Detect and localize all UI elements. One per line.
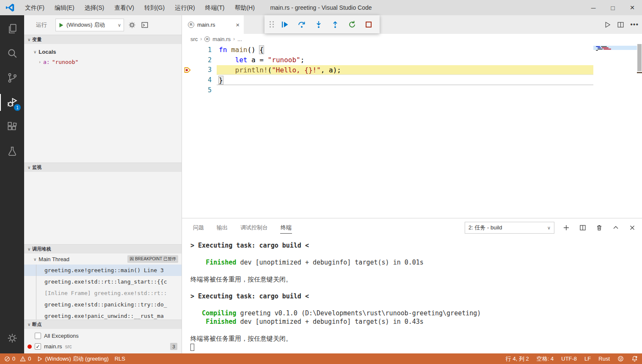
thread-row[interactable]: ∨ Main Thread 因 BREAKPOINT 已暂停 <box>24 254 182 265</box>
source-control-icon[interactable] <box>0 67 24 89</box>
step-out-button[interactable] <box>329 19 341 30</box>
maximize-icon[interactable]: □ <box>603 0 623 15</box>
menu-item[interactable]: 转到(G) <box>139 0 170 15</box>
breakpoint-hit-icon[interactable] <box>184 67 191 73</box>
code-line-2[interactable]: 2 let a = "runoob"; <box>182 55 642 65</box>
stack-frame[interactable]: greeting.exe!panic_unwind::__rust_ma <box>24 310 182 320</box>
rls-status[interactable]: RLS <box>115 356 125 362</box>
split-editor-icon[interactable] <box>617 21 624 28</box>
breakpoint-row[interactable]: All Exceptions <box>24 331 182 341</box>
code-line-3[interactable]: 3 println!("Hello, {}!", a); <box>182 65 642 75</box>
locals-scope[interactable]: ∨ Locals <box>24 47 182 57</box>
warning-icon <box>20 356 26 362</box>
explorer-icon[interactable] <box>0 18 24 40</box>
code-line-1[interactable]: 1 fn main() { <box>182 45 642 55</box>
maximize-panel-icon[interactable] <box>611 223 620 232</box>
menu-item[interactable]: 编辑(E) <box>50 0 80 15</box>
stack-frame[interactable]: greeting.exe!std::rt::lang_start::{{c <box>24 276 182 287</box>
notifications-bell-icon[interactable] <box>631 356 638 362</box>
launch-config-select[interactable]: (Windows) 启动 ∨ <box>55 19 124 31</box>
kill-terminal-icon[interactable] <box>595 223 604 232</box>
continue-button[interactable] <box>279 19 291 30</box>
manage-gear-icon[interactable] <box>0 327 24 349</box>
stack-frame[interactable]: greeting.exe!std::panicking::try::do_ <box>24 299 182 310</box>
code-line-4[interactable]: 4 } <box>182 75 642 85</box>
debug-console-icon[interactable] <box>140 20 149 30</box>
breakpoint-margin[interactable] <box>182 67 193 73</box>
panel-tab-调试控制台[interactable]: 调试控制台 <box>240 222 268 234</box>
run-icon[interactable] <box>604 21 611 28</box>
breadcrumb-file[interactable]: main.rs <box>212 36 231 42</box>
line-content: fn main() { <box>212 46 264 54</box>
code-editor[interactable]: 1 fn main() { 2 let a = "runoob"; 3 prin… <box>182 44 642 218</box>
panel-tabs: 问题输出调试控制台终端 <box>193 222 292 234</box>
more-actions-icon[interactable]: ••• <box>630 21 639 28</box>
breadcrumb-symbol[interactable]: ... <box>237 36 242 42</box>
status-item[interactable]: 行 4, 列 2 <box>506 355 529 363</box>
chevron-down-icon: ∨ <box>28 247 30 251</box>
configure-gear-icon[interactable] <box>127 20 137 30</box>
breakpoint-detail: src <box>65 344 72 350</box>
terminal-output[interactable]: > Executing task: cargo build < Finished… <box>182 237 642 353</box>
panel-tab-终端[interactable]: 终端 <box>280 222 292 234</box>
step-over-button[interactable] <box>296 19 308 30</box>
feedback-icon[interactable] <box>617 356 624 362</box>
terminal-line: Compiling greeting v0.1.0 (D:\Developmen… <box>190 309 642 317</box>
vscode-logo-icon <box>6 3 15 12</box>
line-content: let a = "runoob"; <box>212 56 304 64</box>
scope-label: Locals <box>39 49 56 55</box>
menu-item[interactable]: 帮助(H) <box>229 0 259 15</box>
variables-section-header[interactable]: ∨ 变量 <box>24 35 182 44</box>
terminal-select[interactable]: 2: 任务 - build ∨ <box>465 222 554 234</box>
breadcrumb-src[interactable]: src <box>190 36 198 42</box>
panel-tab-输出[interactable]: 输出 <box>216 222 228 234</box>
status-item[interactable]: Rust <box>598 355 610 363</box>
stack-frame[interactable]: greeting.exe!greeting::main() Line 3 <box>24 265 182 276</box>
breakpoint-row[interactable]: ✓ main.rs src 3 <box>24 341 182 352</box>
variables-content: ∨ Locals › a: "runoob" <box>24 44 182 163</box>
debug-badge: 1 <box>14 104 21 111</box>
breakpoint-checkbox[interactable] <box>35 333 41 339</box>
menu-item[interactable]: 运行(R) <box>170 0 200 15</box>
panel-tab-问题[interactable]: 问题 <box>193 222 204 234</box>
minimize-icon[interactable]: ─ <box>584 0 603 15</box>
test-flask-icon[interactable] <box>0 141 24 163</box>
status-item[interactable]: LF <box>584 355 591 363</box>
variable-row[interactable]: › a: "runoob" <box>24 57 182 67</box>
menu-item[interactable]: 查看(V) <box>109 0 139 15</box>
split-terminal-icon[interactable] <box>578 223 587 232</box>
breakpoint-checkbox[interactable]: ✓ <box>35 343 41 350</box>
drag-grip-icon[interactable] <box>270 21 274 28</box>
stop-button[interactable] <box>363 19 375 30</box>
status-item[interactable]: UTF-8 <box>561 355 577 363</box>
line-number: 3 <box>193 66 212 74</box>
step-into-button[interactable] <box>313 19 325 30</box>
status-item[interactable]: 空格: 4 <box>537 355 554 363</box>
menu-item[interactable]: 文件(F) <box>20 0 50 15</box>
breadcrumb: src › R main.rs › ... <box>182 34 642 44</box>
breakpoints-section-header[interactable]: ∨ 断点 <box>24 320 182 329</box>
debug-target-status[interactable]: (Windows) 启动 (greeting) <box>37 355 108 363</box>
close-panel-icon[interactable] <box>628 223 637 232</box>
tab-main-rs[interactable]: R main.rs × <box>182 15 244 34</box>
close-tab-icon[interactable]: × <box>236 21 240 28</box>
problems-status[interactable]: 0 0 <box>4 356 31 362</box>
menu-item[interactable]: 选择(S) <box>80 0 110 15</box>
watch-section-header[interactable]: ∨ 监视 <box>24 163 182 172</box>
debug-sidebar: 运行 (Windows) 启动 ∨ ∨ 变量 ∨ Locals › <box>24 15 182 353</box>
start-debug-icon[interactable] <box>58 22 64 28</box>
search-icon[interactable] <box>0 42 24 64</box>
minimap[interactable] <box>593 44 637 218</box>
run-debug-icon[interactable]: 1 <box>0 91 24 113</box>
new-terminal-icon[interactable] <box>562 223 571 232</box>
editor-scrollbar[interactable] <box>637 44 642 218</box>
callstack-section-header[interactable]: ∨ 调用堆栈 <box>24 244 182 254</box>
menu-item[interactable]: 终端(T) <box>200 0 230 15</box>
error-icon <box>4 356 10 362</box>
code-line-5[interactable]: 5 <box>182 85 642 95</box>
close-icon[interactable]: × <box>623 0 642 15</box>
stack-frame[interactable]: [Inline Frame] greeting.exe!std::rt:: <box>24 287 182 299</box>
restart-button[interactable] <box>346 19 358 30</box>
editor-tab-bar: R main.rs × ••• <box>182 15 642 34</box>
extensions-icon[interactable] <box>0 116 24 138</box>
